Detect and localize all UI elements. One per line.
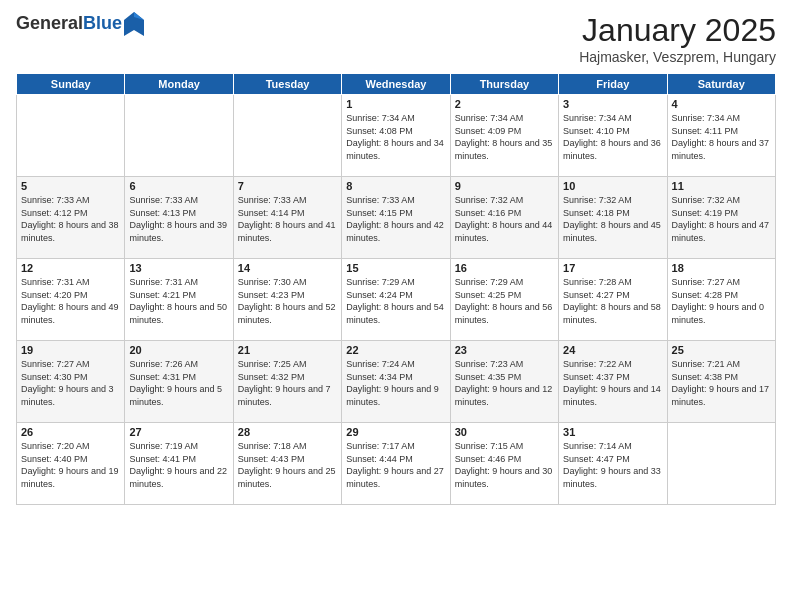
day-number: 13: [129, 262, 228, 274]
table-row: 16Sunrise: 7:29 AM Sunset: 4:25 PM Dayli…: [450, 259, 558, 341]
logo-general-text: General: [16, 13, 83, 33]
table-row: 29Sunrise: 7:17 AM Sunset: 4:44 PM Dayli…: [342, 423, 450, 505]
table-row: 20Sunrise: 7:26 AM Sunset: 4:31 PM Dayli…: [125, 341, 233, 423]
day-number: 29: [346, 426, 445, 438]
day-info: Sunrise: 7:34 AM Sunset: 4:10 PM Dayligh…: [563, 112, 662, 162]
calendar-week-row: 26Sunrise: 7:20 AM Sunset: 4:40 PM Dayli…: [17, 423, 776, 505]
table-row: 4Sunrise: 7:34 AM Sunset: 4:11 PM Daylig…: [667, 95, 775, 177]
table-row: 26Sunrise: 7:20 AM Sunset: 4:40 PM Dayli…: [17, 423, 125, 505]
day-info: Sunrise: 7:19 AM Sunset: 4:41 PM Dayligh…: [129, 440, 228, 490]
table-row: 10Sunrise: 7:32 AM Sunset: 4:18 PM Dayli…: [559, 177, 667, 259]
table-row: 6Sunrise: 7:33 AM Sunset: 4:13 PM Daylig…: [125, 177, 233, 259]
day-number: 17: [563, 262, 662, 274]
table-row: 24Sunrise: 7:22 AM Sunset: 4:37 PM Dayli…: [559, 341, 667, 423]
table-row: 8Sunrise: 7:33 AM Sunset: 4:15 PM Daylig…: [342, 177, 450, 259]
day-number: 10: [563, 180, 662, 192]
header: GeneralBlue January 2025 Hajmasker, Vesz…: [16, 12, 776, 65]
day-number: 25: [672, 344, 771, 356]
logo-blue-text: Blue: [83, 13, 122, 33]
day-number: 20: [129, 344, 228, 356]
day-info: Sunrise: 7:33 AM Sunset: 4:15 PM Dayligh…: [346, 194, 445, 244]
day-number: 1: [346, 98, 445, 110]
day-number: 14: [238, 262, 337, 274]
day-number: 4: [672, 98, 771, 110]
day-info: Sunrise: 7:32 AM Sunset: 4:18 PM Dayligh…: [563, 194, 662, 244]
table-row: 19Sunrise: 7:27 AM Sunset: 4:30 PM Dayli…: [17, 341, 125, 423]
day-number: 21: [238, 344, 337, 356]
day-info: Sunrise: 7:28 AM Sunset: 4:27 PM Dayligh…: [563, 276, 662, 326]
day-number: 2: [455, 98, 554, 110]
table-row: 3Sunrise: 7:34 AM Sunset: 4:10 PM Daylig…: [559, 95, 667, 177]
day-info: Sunrise: 7:25 AM Sunset: 4:32 PM Dayligh…: [238, 358, 337, 408]
table-row: 21Sunrise: 7:25 AM Sunset: 4:32 PM Dayli…: [233, 341, 341, 423]
day-info: Sunrise: 7:24 AM Sunset: 4:34 PM Dayligh…: [346, 358, 445, 408]
table-row: 14Sunrise: 7:30 AM Sunset: 4:23 PM Dayli…: [233, 259, 341, 341]
day-number: 3: [563, 98, 662, 110]
day-number: 9: [455, 180, 554, 192]
day-info: Sunrise: 7:34 AM Sunset: 4:11 PM Dayligh…: [672, 112, 771, 162]
table-row: [667, 423, 775, 505]
location-subtitle: Hajmasker, Veszprem, Hungary: [579, 49, 776, 65]
col-wednesday: Wednesday: [342, 74, 450, 95]
day-info: Sunrise: 7:31 AM Sunset: 4:21 PM Dayligh…: [129, 276, 228, 326]
day-info: Sunrise: 7:27 AM Sunset: 4:30 PM Dayligh…: [21, 358, 120, 408]
table-row: 11Sunrise: 7:32 AM Sunset: 4:19 PM Dayli…: [667, 177, 775, 259]
table-row: 5Sunrise: 7:33 AM Sunset: 4:12 PM Daylig…: [17, 177, 125, 259]
table-row: [125, 95, 233, 177]
calendar-header-row: Sunday Monday Tuesday Wednesday Thursday…: [17, 74, 776, 95]
day-number: 5: [21, 180, 120, 192]
day-info: Sunrise: 7:32 AM Sunset: 4:19 PM Dayligh…: [672, 194, 771, 244]
table-row: 23Sunrise: 7:23 AM Sunset: 4:35 PM Dayli…: [450, 341, 558, 423]
day-info: Sunrise: 7:30 AM Sunset: 4:23 PM Dayligh…: [238, 276, 337, 326]
col-saturday: Saturday: [667, 74, 775, 95]
day-info: Sunrise: 7:14 AM Sunset: 4:47 PM Dayligh…: [563, 440, 662, 490]
col-thursday: Thursday: [450, 74, 558, 95]
calendar-week-row: 19Sunrise: 7:27 AM Sunset: 4:30 PM Dayli…: [17, 341, 776, 423]
day-info: Sunrise: 7:21 AM Sunset: 4:38 PM Dayligh…: [672, 358, 771, 408]
month-title: January 2025: [579, 12, 776, 49]
day-number: 12: [21, 262, 120, 274]
table-row: 9Sunrise: 7:32 AM Sunset: 4:16 PM Daylig…: [450, 177, 558, 259]
day-number: 8: [346, 180, 445, 192]
table-row: 28Sunrise: 7:18 AM Sunset: 4:43 PM Dayli…: [233, 423, 341, 505]
day-number: 27: [129, 426, 228, 438]
table-row: 7Sunrise: 7:33 AM Sunset: 4:14 PM Daylig…: [233, 177, 341, 259]
day-number: 15: [346, 262, 445, 274]
day-info: Sunrise: 7:29 AM Sunset: 4:24 PM Dayligh…: [346, 276, 445, 326]
title-block: January 2025 Hajmasker, Veszprem, Hungar…: [579, 12, 776, 65]
calendar-week-row: 1Sunrise: 7:34 AM Sunset: 4:08 PM Daylig…: [17, 95, 776, 177]
table-row: [233, 95, 341, 177]
table-row: 15Sunrise: 7:29 AM Sunset: 4:24 PM Dayli…: [342, 259, 450, 341]
day-info: Sunrise: 7:31 AM Sunset: 4:20 PM Dayligh…: [21, 276, 120, 326]
day-number: 28: [238, 426, 337, 438]
table-row: 17Sunrise: 7:28 AM Sunset: 4:27 PM Dayli…: [559, 259, 667, 341]
table-row: 18Sunrise: 7:27 AM Sunset: 4:28 PM Dayli…: [667, 259, 775, 341]
day-info: Sunrise: 7:15 AM Sunset: 4:46 PM Dayligh…: [455, 440, 554, 490]
day-number: 11: [672, 180, 771, 192]
col-friday: Friday: [559, 74, 667, 95]
table-row: 30Sunrise: 7:15 AM Sunset: 4:46 PM Dayli…: [450, 423, 558, 505]
day-info: Sunrise: 7:27 AM Sunset: 4:28 PM Dayligh…: [672, 276, 771, 326]
day-info: Sunrise: 7:20 AM Sunset: 4:40 PM Dayligh…: [21, 440, 120, 490]
table-row: 22Sunrise: 7:24 AM Sunset: 4:34 PM Dayli…: [342, 341, 450, 423]
day-info: Sunrise: 7:18 AM Sunset: 4:43 PM Dayligh…: [238, 440, 337, 490]
logo-icon: [124, 12, 144, 36]
calendar-week-row: 12Sunrise: 7:31 AM Sunset: 4:20 PM Dayli…: [17, 259, 776, 341]
table-row: [17, 95, 125, 177]
table-row: 2Sunrise: 7:34 AM Sunset: 4:09 PM Daylig…: [450, 95, 558, 177]
calendar-week-row: 5Sunrise: 7:33 AM Sunset: 4:12 PM Daylig…: [17, 177, 776, 259]
page-container: GeneralBlue January 2025 Hajmasker, Vesz…: [0, 0, 792, 612]
col-tuesday: Tuesday: [233, 74, 341, 95]
day-number: 16: [455, 262, 554, 274]
day-number: 19: [21, 344, 120, 356]
col-monday: Monday: [125, 74, 233, 95]
table-row: 27Sunrise: 7:19 AM Sunset: 4:41 PM Dayli…: [125, 423, 233, 505]
day-number: 24: [563, 344, 662, 356]
day-number: 7: [238, 180, 337, 192]
col-sunday: Sunday: [17, 74, 125, 95]
table-row: 25Sunrise: 7:21 AM Sunset: 4:38 PM Dayli…: [667, 341, 775, 423]
day-number: 6: [129, 180, 228, 192]
day-info: Sunrise: 7:17 AM Sunset: 4:44 PM Dayligh…: [346, 440, 445, 490]
day-number: 22: [346, 344, 445, 356]
day-number: 26: [21, 426, 120, 438]
